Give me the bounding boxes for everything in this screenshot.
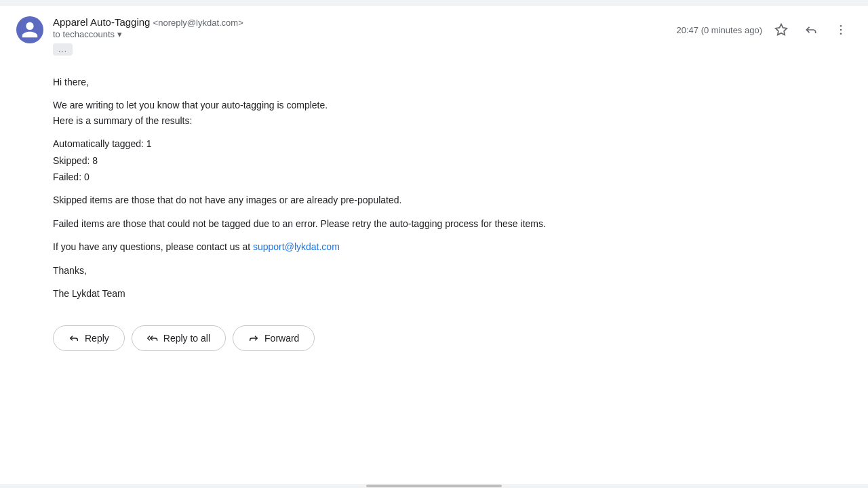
support-link[interactable]: support@lykdat.com — [253, 241, 340, 252]
top-bar — [0, 0, 868, 5]
email-actions: 20:47 (0 minutes ago) — [677, 16, 852, 41]
sender-details: Apparel Auto-Tagging <noreply@lykdat.com… — [53, 16, 243, 56]
reply-btn-icon — [68, 333, 79, 344]
email-body: Hi there, We are writing to let you know… — [16, 64, 852, 301]
recipients-dropdown[interactable]: ▾ — [117, 29, 122, 39]
tagged-count: Automatically tagged: 1 — [53, 136, 815, 151]
timestamp: 20:47 (0 minutes ago) — [677, 25, 762, 35]
forward-button-label: Forward — [264, 333, 299, 344]
email-container: Apparel Auto-Tagging <noreply@lykdat.com… — [0, 5, 868, 487]
skipped-note: Skipped items are those that do not have… — [53, 192, 815, 207]
avatar — [16, 16, 43, 43]
sender-name: Apparel Auto-Tagging <noreply@lykdat.com… — [53, 16, 243, 28]
to-line: to techaccounts ▾ — [53, 29, 243, 39]
svg-point-1 — [840, 25, 842, 27]
expand-dots[interactable]: ... — [53, 43, 73, 56]
stats-section: Automatically tagged: 1 Skipped: 8 Faile… — [53, 136, 815, 184]
star-button[interactable] — [770, 19, 792, 41]
svg-point-2 — [840, 29, 842, 31]
reply-buttons: Reply Reply to all Forward — [16, 309, 852, 351]
reply-all-button[interactable]: Reply to all — [132, 325, 226, 351]
reply-all-button-label: Reply to all — [163, 333, 210, 344]
intro-line: We are writing to let you know that your… — [53, 98, 815, 128]
forward-button[interactable]: Forward — [233, 325, 315, 351]
scrollbar[interactable] — [0, 484, 868, 488]
reply-icon-button[interactable] — [800, 19, 822, 41]
reply-all-btn-icon — [147, 333, 158, 344]
scrollbar-thumb — [366, 485, 502, 487]
thanks: Thanks, — [53, 263, 815, 278]
signature: The Lykdat Team — [53, 286, 815, 301]
sender-info: Apparel Auto-Tagging <noreply@lykdat.com… — [16, 16, 243, 56]
svg-point-3 — [840, 33, 842, 35]
svg-marker-0 — [776, 24, 787, 35]
contact-line: If you have any questions, please contac… — [53, 239, 815, 254]
reply-button[interactable]: Reply — [53, 325, 125, 351]
skipped-count: Skipped: 8 — [53, 153, 815, 168]
email-header: Apparel Auto-Tagging <noreply@lykdat.com… — [16, 16, 852, 64]
failed-note: Failed items are those that could not be… — [53, 216, 815, 231]
greeting: Hi there, — [53, 75, 815, 89]
more-options-button[interactable] — [830, 19, 852, 41]
reply-button-label: Reply — [85, 333, 109, 344]
forward-btn-icon — [248, 333, 259, 344]
failed-count: Failed: 0 — [53, 169, 815, 184]
